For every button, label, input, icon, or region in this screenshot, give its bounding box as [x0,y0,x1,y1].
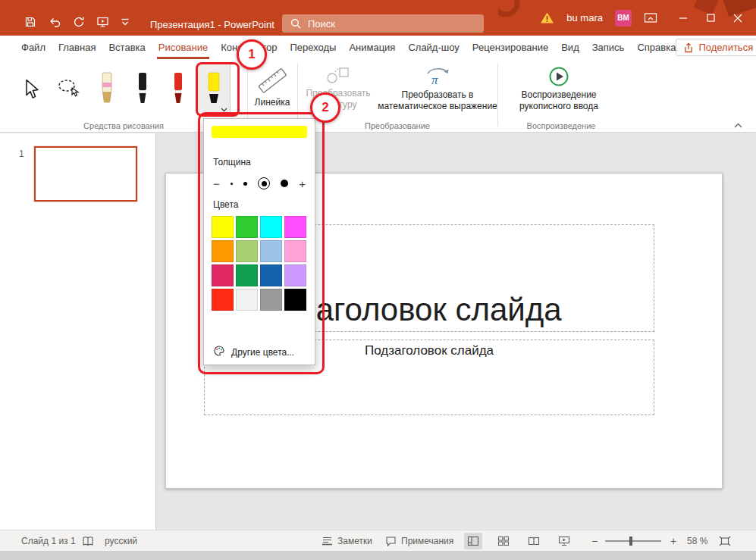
tab-слайд-шоу[interactable]: Слайд-шоу [408,36,459,59]
slide-thumbnail[interactable] [34,146,137,202]
color-swatch[interactable] [236,240,258,262]
comments-toggle[interactable]: Примечания [385,536,453,546]
ruler-icon [256,65,288,95]
ruler-label: Линейка [255,97,290,108]
color-swatch[interactable] [284,240,306,262]
search-label: Поиск [308,18,335,30]
color-swatch[interactable] [212,264,234,286]
window-controls [670,0,751,36]
ink-replay-label-line2: рукописного ввода [519,101,598,112]
color-swatch[interactable] [260,240,282,262]
color-swatch[interactable] [284,289,306,311]
collapse-ribbon-button[interactable] [734,123,742,128]
ruler-button[interactable]: Линейка [250,62,294,118]
thickness-option[interactable] [231,183,233,185]
zoom-out-button[interactable]: − [591,535,598,547]
group-label-convert: Преобразование [300,121,494,130]
titlebar: Презентация1 - PowerPoint Поиск bu mara … [0,0,756,36]
tab-рецензирование[interactable]: Рецензирование [472,36,548,59]
redo-icon[interactable] [73,16,85,28]
ink-replay-icon [547,65,570,88]
statusbar: Слайд 1 из 1 русский Заметки Примечания … [0,530,756,551]
color-swatch[interactable] [260,216,282,238]
tab-переходы[interactable]: Переходы [290,36,336,59]
tab-файл[interactable]: Файл [21,36,45,59]
ink-to-shape-icon [326,65,350,86]
search-box[interactable]: Поиск [282,14,484,33]
ribbon-display-options-icon[interactable] [644,12,657,23]
start-slideshow-icon[interactable] [96,16,109,28]
annotation-step-2: 2 [310,92,340,123]
minimize-button[interactable] [670,0,697,36]
pen-red-button[interactable] [162,64,194,114]
tab-главная[interactable]: Главная [58,36,96,59]
normal-view-button[interactable] [464,533,482,549]
save-icon[interactable] [24,16,36,28]
color-swatch[interactable] [236,264,258,286]
fit-slide-to-window-button[interactable] [719,536,731,546]
color-swatch[interactable] [260,289,282,311]
color-swatch[interactable] [260,264,282,286]
more-colors-button[interactable]: Другие цвета... [213,345,294,359]
warning-icon[interactable] [540,11,554,24]
ribbon: Линейка Преобразовать в фигуру π Преобра… [0,59,756,133]
zoom-level[interactable]: 58 % [687,536,707,546]
share-icon [683,42,694,53]
select-tool-button[interactable] [14,64,47,114]
customize-qat-icon[interactable] [121,17,130,27]
maximize-button[interactable] [697,0,724,36]
ink-replay-label-line1: Воспроизведение [521,89,596,101]
comments-label: Примечания [401,536,453,546]
color-swatch[interactable] [212,216,234,238]
titlebar-right: bu mara ВМ [540,0,751,36]
thickness-option[interactable] [243,182,247,186]
slide-sorter-view-button[interactable] [494,533,513,549]
group-divider [297,63,298,127]
color-swatch[interactable] [212,240,234,262]
zoom-slider-thumb[interactable] [629,537,632,546]
thickness-dots: − + [213,174,306,193]
tab-анимация[interactable]: Анимация [349,36,395,59]
color-swatch[interactable] [284,216,306,238]
color-grid [212,216,309,311]
tab-рисование[interactable]: Рисование [158,36,208,59]
language-indicator[interactable]: русский [105,536,137,546]
tab-вставка[interactable]: Вставка [108,36,145,59]
ink-to-math-icon: π [423,65,452,88]
color-swatch[interactable] [236,289,258,311]
zoom-in-button[interactable]: + [670,535,676,547]
group-label-replay: Воспроизведение [500,121,622,130]
thickness-decrease-button[interactable]: − [213,178,220,189]
tab-запись[interactable]: Запись [592,36,625,59]
color-swatch[interactable] [236,216,258,238]
tab-вид[interactable]: Вид [561,36,579,59]
thickness-increase-button[interactable]: + [299,178,306,189]
ink-to-math-label-line1: Преобразовать в [402,89,474,101]
share-button[interactable]: Поделиться [676,39,756,56]
highlighter-dropdown-chevron[interactable] [221,108,227,112]
notes-toggle[interactable]: Заметки [322,536,372,546]
slideshow-view-button[interactable] [555,533,573,549]
proofing-book-icon[interactable] [82,536,94,546]
reading-view-button[interactable] [525,533,543,549]
ink-to-math-button[interactable]: π Преобразовать в математическое выражен… [376,62,499,118]
color-swatch[interactable] [284,264,306,286]
pen-black-button[interactable] [127,64,158,114]
slide-counter: Слайд 1 из 1 [21,536,76,546]
tab-справка[interactable]: Справка [637,36,676,59]
slide-thumbnails-panel: 1 [0,133,156,530]
group-divider [497,63,498,127]
color-swatch[interactable] [212,289,234,311]
undo-icon[interactable] [48,16,61,28]
palette-icon [213,345,225,359]
ink-replay-button[interactable]: Воспроизведение рукописного ввода [502,62,616,118]
close-button[interactable] [724,0,751,36]
user-name[interactable]: bu mara [566,12,603,23]
avatar[interactable]: ВМ [615,10,632,27]
lasso-select-button[interactable] [52,64,85,114]
highlighter-button[interactable] [198,64,230,114]
zoom-slider[interactable] [605,540,661,542]
thickness-option[interactable] [281,180,288,187]
eraser-tool-button[interactable] [91,64,123,114]
thickness-option[interactable] [258,177,270,189]
